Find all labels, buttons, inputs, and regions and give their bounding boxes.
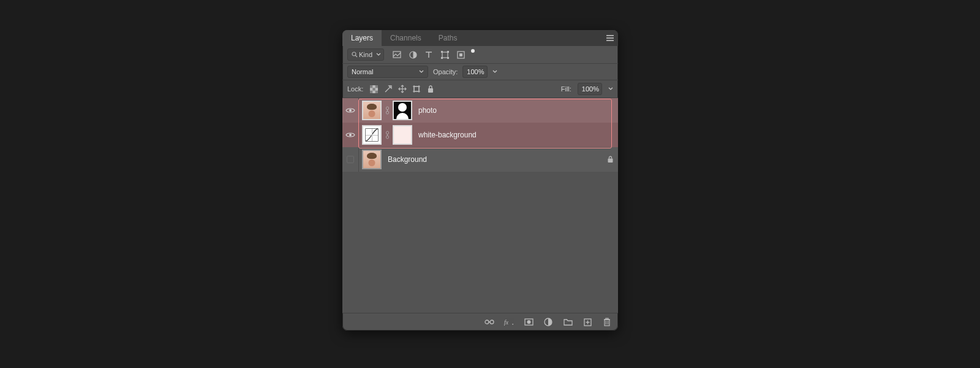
panel-footer: fx	[342, 313, 618, 331]
layer-name[interactable]: Background	[388, 155, 427, 164]
svg-point-43	[527, 320, 530, 324]
svg-point-41	[512, 324, 513, 325]
filter-pixel-icon[interactable]	[393, 50, 401, 59]
lock-artboard-icon[interactable]	[412, 85, 421, 94]
mask-thumbnail[interactable]	[393, 125, 412, 145]
filter-smartobject-icon[interactable]	[456, 50, 465, 59]
link-icon[interactable]	[385, 106, 390, 115]
tab-paths[interactable]: Paths	[430, 30, 466, 46]
svg-rect-10	[441, 57, 443, 59]
svg-text:fx: fx	[504, 319, 509, 326]
svg-rect-48	[605, 320, 609, 326]
svg-rect-11	[447, 57, 449, 59]
filter-row: Kind	[342, 46, 618, 64]
svg-point-3	[352, 52, 356, 56]
svg-rect-16	[375, 85, 378, 88]
svg-rect-52	[606, 318, 608, 320]
fill-input[interactable]: 100%	[578, 83, 602, 95]
lock-label: Lock:	[347, 85, 363, 93]
blend-row: Normal Opacity: 100%	[342, 64, 618, 80]
layer-row[interactable]: photo	[342, 98, 618, 123]
layer-name[interactable]: white-background	[418, 131, 477, 139]
svg-point-28	[349, 109, 352, 112]
svg-rect-19	[375, 90, 378, 93]
svg-rect-17	[373, 88, 375, 90]
lock-image-icon[interactable]	[383, 85, 393, 94]
filter-kind-label: Kind	[359, 51, 372, 58]
svg-line-4	[355, 55, 357, 57]
svg-rect-27	[428, 88, 433, 93]
svg-rect-8	[441, 51, 443, 53]
blend-mode-dropdown[interactable]: Normal	[347, 66, 428, 78]
chevron-down-icon[interactable]	[492, 70, 497, 74]
svg-rect-13	[459, 53, 462, 56]
link-icon[interactable]	[385, 131, 390, 139]
eye-icon	[345, 131, 355, 139]
svg-rect-22	[414, 86, 419, 91]
filter-toggle-indicator[interactable]	[471, 49, 475, 53]
visibility-toggle[interactable]	[342, 123, 359, 147]
blend-mode-value: Normal	[352, 68, 373, 75]
tab-channels[interactable]: Channels	[382, 30, 430, 46]
panel-menu-icon[interactable]	[602, 35, 618, 41]
chevron-down-icon[interactable]	[608, 87, 613, 91]
trash-icon[interactable]	[602, 317, 612, 327]
filter-type-icon[interactable]	[424, 50, 433, 59]
lock-transparency-icon[interactable]	[369, 85, 379, 94]
lock-row: Lock: Fill: 1	[342, 80, 618, 98]
chevron-down-icon	[376, 53, 381, 56]
fill-value: 100%	[582, 85, 599, 93]
lock-position-icon[interactable]	[398, 85, 407, 94]
panel-tabs: Layers Channels Paths	[342, 30, 618, 46]
eye-icon	[345, 107, 355, 114]
layer-list: photo white-background	[342, 98, 618, 313]
adjustment-layer-icon[interactable]	[543, 317, 553, 327]
layer-thumbnail[interactable]	[362, 150, 382, 169]
visibility-toggle[interactable]	[342, 147, 359, 172]
visibility-toggle[interactable]	[342, 98, 359, 123]
layer-name[interactable]: photo	[418, 106, 437, 115]
mask-thumbnail[interactable]	[393, 101, 412, 120]
filter-kind-dropdown[interactable]: Kind	[347, 48, 384, 61]
layer-row[interactable]: Background	[342, 147, 618, 172]
filter-adjustment-icon[interactable]	[409, 50, 417, 59]
fx-icon[interactable]: fx	[504, 317, 514, 327]
svg-rect-18	[370, 90, 372, 93]
new-layer-icon[interactable]	[582, 317, 592, 327]
layer-row[interactable]: white-background	[342, 123, 618, 147]
tab-layers[interactable]: Layers	[342, 30, 382, 46]
svg-rect-9	[447, 51, 449, 53]
visibility-empty-icon	[347, 156, 354, 163]
opacity-value: 100%	[467, 68, 484, 75]
svg-rect-7	[442, 52, 448, 58]
layer-thumbnail[interactable]	[362, 125, 382, 145]
svg-point-32	[349, 134, 352, 136]
search-icon	[352, 52, 358, 58]
new-group-icon[interactable]	[563, 317, 573, 327]
lock-all-icon[interactable]	[426, 85, 435, 94]
opacity-label: Opacity:	[433, 68, 458, 75]
opacity-input[interactable]: 100%	[462, 66, 487, 78]
svg-rect-36	[608, 159, 612, 163]
add-mask-icon[interactable]	[524, 317, 533, 327]
filter-shape-icon[interactable]	[440, 50, 449, 59]
lock-icon[interactable]	[602, 156, 618, 163]
layers-panel: Layers Channels Paths Kind	[342, 30, 618, 331]
svg-rect-5	[393, 52, 401, 58]
chevron-down-icon	[419, 70, 424, 74]
fill-label: Fill:	[561, 85, 571, 93]
link-layers-icon[interactable]	[484, 317, 494, 327]
svg-rect-15	[370, 85, 372, 88]
layer-thumbnail[interactable]	[362, 101, 382, 120]
